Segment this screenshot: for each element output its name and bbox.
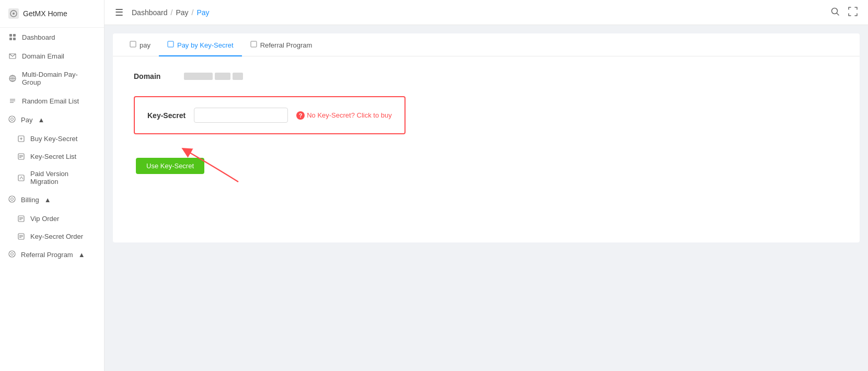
svg-line-37 xyxy=(837,13,839,15)
breadcrumb-dashboard[interactable]: Dashboard xyxy=(132,8,168,17)
sidebar-item-random-email[interactable]: Random Email List xyxy=(0,91,104,110)
sidebar-item-key-secret-list[interactable]: Key-Secret List xyxy=(0,147,104,165)
tab-pay-label: pay xyxy=(140,41,151,49)
vip-order-icon xyxy=(17,214,25,223)
sidebar-item-vip-order[interactable]: Vip Order xyxy=(0,210,104,227)
sidebar-section-referral-label: Referral Program xyxy=(21,251,73,259)
tabs-bar: pay Pay by Key-Secret Referral Program xyxy=(113,33,860,56)
hamburger-icon[interactable]: ☰ xyxy=(115,7,123,18)
topbar-right xyxy=(830,7,858,18)
breadcrumb: Dashboard / Pay / Pay xyxy=(132,8,210,17)
tab-pay-icon xyxy=(130,41,136,49)
sidebar-section-billing[interactable]: Billing ▲ xyxy=(0,190,104,210)
key-secret-order-icon xyxy=(17,232,25,240)
sidebar-item-paid-version-migration-label: Paid Version Migration xyxy=(30,170,96,186)
domain-block-3 xyxy=(233,73,243,80)
pay-chevron-icon: ▲ xyxy=(38,116,44,124)
svg-rect-5 xyxy=(13,38,16,40)
domain-block-2 xyxy=(215,73,230,80)
topbar: ☰ Dashboard / Pay / Pay xyxy=(105,0,868,25)
breadcrumb-pay-current: Pay xyxy=(196,8,209,17)
tab-key-secret-icon xyxy=(167,41,174,49)
sidebar-logo[interactable]: GetMX Home xyxy=(0,0,104,28)
referral-chevron-icon: ▲ xyxy=(78,251,85,259)
svg-point-15 xyxy=(11,118,14,121)
multi-domain-icon xyxy=(8,74,17,83)
svg-rect-40 xyxy=(251,41,257,47)
key-secret-input[interactable] xyxy=(194,108,288,123)
svg-point-35 xyxy=(11,253,14,256)
svg-rect-2 xyxy=(9,34,12,37)
svg-point-24 xyxy=(9,196,15,202)
sidebar-item-multi-domain[interactable]: Multi-Domain Pay-Group xyxy=(0,65,104,91)
no-key-secret-link[interactable]: ? No Key-Secret? Click to buy xyxy=(296,111,392,120)
svg-rect-4 xyxy=(9,38,12,40)
no-key-secret-text: No Key-Secret? Click to buy xyxy=(307,111,392,119)
sidebar-item-buy-key-secret-label: Buy Key-Secret xyxy=(30,135,77,143)
domain-value xyxy=(184,73,243,80)
svg-rect-23 xyxy=(18,175,24,181)
domain-row: Domain xyxy=(134,72,839,80)
billing-icon xyxy=(8,195,16,204)
sidebar-section-pay-label: Pay xyxy=(21,116,32,124)
logo-label: GetMX Home xyxy=(23,9,67,18)
search-icon[interactable] xyxy=(830,7,840,18)
breadcrumb-sep-2: / xyxy=(192,8,194,17)
key-secret-list-icon xyxy=(17,152,25,160)
sidebar-item-random-email-label: Random Email List xyxy=(22,97,96,105)
domain-label: Domain xyxy=(134,72,176,80)
tab-referral-program[interactable]: Referral Program xyxy=(242,33,321,56)
sidebar-item-key-secret-order[interactable]: Key-Secret Order xyxy=(0,227,104,245)
tab-pay[interactable]: pay xyxy=(121,33,159,56)
sidebar-item-paid-version-migration[interactable]: Paid Version Migration xyxy=(0,165,104,190)
paid-version-migration-icon xyxy=(17,173,25,182)
svg-rect-38 xyxy=(130,41,136,47)
sidebar-section-pay[interactable]: Pay ▲ xyxy=(0,110,104,130)
sidebar: GetMX Home Dashboard Domain Email Multi-… xyxy=(0,0,105,371)
sidebar-item-key-secret-list-label: Key-Secret List xyxy=(30,153,76,160)
dashboard-icon xyxy=(8,33,17,41)
tab-pay-by-key-secret[interactable]: Pay by Key-Secret xyxy=(159,33,242,56)
breadcrumb-pay-parent[interactable]: Pay xyxy=(176,8,188,17)
svg-rect-3 xyxy=(13,34,16,37)
sidebar-item-domain-email[interactable]: Domain Email xyxy=(0,47,104,65)
main-area: ☰ Dashboard / Pay / Pay xyxy=(105,0,868,371)
pay-icon xyxy=(8,115,16,124)
form-area: Domain Key-Secret ? No Key-Secret? xyxy=(113,56,860,190)
breadcrumb-sep-1: / xyxy=(171,8,173,17)
sidebar-item-dashboard-label: Dashboard xyxy=(22,33,96,41)
content: pay Pay by Key-Secret Referral Program xyxy=(105,25,868,371)
topbar-left: ☰ Dashboard / Pay / Pay xyxy=(115,7,210,18)
svg-point-14 xyxy=(9,116,15,122)
sidebar-section-referral[interactable]: Referral Program ▲ xyxy=(0,245,104,264)
tab-pay-by-key-secret-label: Pay by Key-Secret xyxy=(177,41,234,49)
sidebar-item-dashboard[interactable]: Dashboard xyxy=(0,28,104,47)
red-arrow-svg xyxy=(155,143,270,184)
svg-point-25 xyxy=(11,198,14,201)
referral-icon xyxy=(8,250,16,259)
buy-key-secret-icon xyxy=(17,134,25,143)
domain-block-1 xyxy=(184,73,213,80)
key-secret-label: Key-Secret xyxy=(147,111,186,120)
key-secret-container: Key-Secret ? No Key-Secret? Click to buy xyxy=(134,96,406,134)
sidebar-item-key-secret-order-label: Key-Secret Order xyxy=(30,233,83,240)
tab-referral-icon xyxy=(250,41,257,49)
tab-referral-label: Referral Program xyxy=(260,41,313,49)
fullscreen-icon[interactable] xyxy=(848,7,858,18)
random-email-icon xyxy=(8,97,17,105)
svg-point-1 xyxy=(13,13,15,15)
billing-chevron-icon: ▲ xyxy=(44,196,51,204)
sidebar-item-vip-order-label: Vip Order xyxy=(30,215,59,223)
svg-rect-39 xyxy=(168,41,173,47)
content-card: pay Pay by Key-Secret Referral Program xyxy=(113,33,860,242)
sidebar-item-domain-email-label: Domain Email xyxy=(22,52,96,60)
sidebar-item-buy-key-secret[interactable]: Buy Key-Secret xyxy=(0,130,104,147)
no-key-circle-icon: ? xyxy=(296,111,305,120)
logo-icon xyxy=(8,8,19,19)
domain-email-icon xyxy=(8,52,17,60)
sidebar-section-billing-label: Billing xyxy=(21,196,39,204)
arrow-area xyxy=(155,143,270,184)
sidebar-item-multi-domain-label: Multi-Domain Pay-Group xyxy=(22,71,96,86)
svg-point-34 xyxy=(9,251,15,257)
